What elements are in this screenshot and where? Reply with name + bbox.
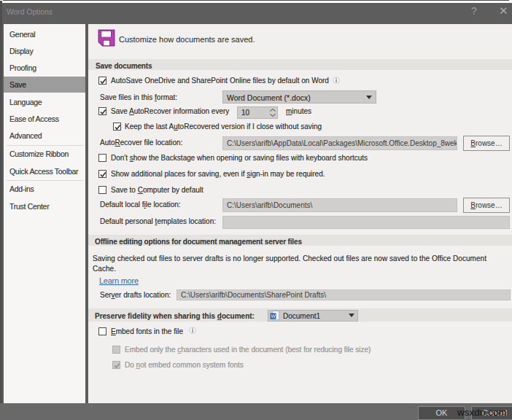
svg-text:W: W	[271, 314, 276, 319]
